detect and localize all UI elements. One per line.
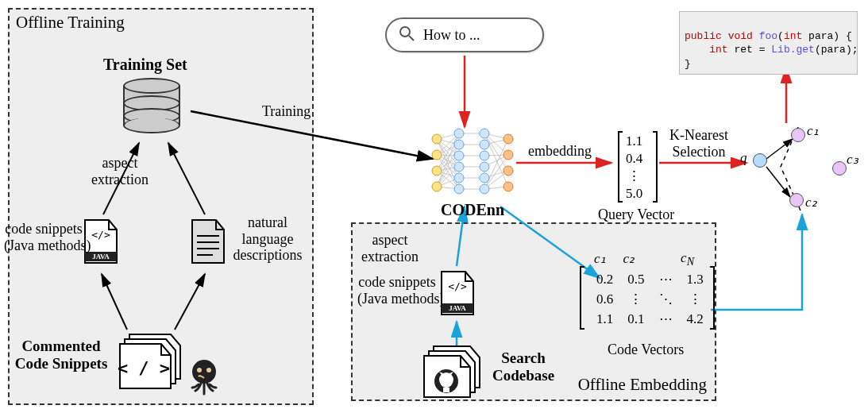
code-snippets-label-1: code snippets (Java methods) [4, 221, 83, 253]
svg-point-5 [192, 360, 216, 384]
svg-point-52 [432, 134, 442, 144]
qv-0: 1.1 [626, 133, 642, 150]
m13: ⋮ [680, 289, 711, 309]
libget: Lib.get [771, 44, 815, 56]
aspect-extraction-label-1: aspect extraction [91, 155, 149, 187]
svg-point-68 [503, 134, 513, 144]
mh1: c₂ [623, 250, 635, 268]
query-vector-label: Query Vector [598, 206, 674, 223]
knn-q-label: q [740, 150, 747, 166]
training-set-label: Training Set [103, 56, 187, 74]
embedding-label-red: embedding [528, 143, 592, 160]
m03: 1.3 [680, 269, 711, 289]
svg-point-70 [503, 166, 513, 176]
code-glyph: </> [91, 229, 110, 241]
model-name-label: CODEnn [441, 201, 504, 219]
m20: 1.1 [589, 309, 620, 329]
m12: ⋱ [652, 289, 680, 309]
svg-point-53 [432, 150, 442, 160]
svg-point-65 [480, 162, 489, 172]
svg-point-62 [480, 129, 489, 138]
neural-net-icon [429, 127, 516, 199]
offline-embedding-title: Offline Embedding [578, 375, 707, 395]
knn-c2-node [789, 193, 804, 207]
kw-int2: int [709, 44, 727, 56]
m23: 4.2 [680, 309, 711, 329]
database-icon [123, 78, 180, 133]
doc-file-icon [189, 218, 227, 264]
svg-point-55 [432, 182, 442, 191]
knn-scatter: q c₁ c₂ c₃ [746, 123, 858, 218]
qv-3: 5.0 [626, 185, 642, 203]
offline-training-title: Offline Training [16, 13, 125, 33]
m00: 0.2 [589, 269, 620, 289]
svg-line-9 [409, 36, 414, 41]
svg-point-59 [454, 162, 464, 172]
knn-q-node [753, 153, 767, 168]
query-vector: 1.1 0.4 ⋮ 5.0 [618, 131, 658, 203]
svg-point-58 [454, 151, 464, 160]
search-text: How to ... [423, 27, 480, 44]
svg-point-61 [454, 184, 464, 194]
nl-desc-label: natural language descriptions [229, 214, 307, 264]
svg-point-54 [432, 166, 442, 176]
svg-point-66 [480, 173, 489, 183]
m11: ⋮ [620, 289, 651, 309]
knn-c1-label: c₁ [807, 123, 819, 139]
knn-c1-node [791, 128, 805, 142]
svg-point-63 [480, 140, 489, 149]
svg-point-69 [503, 150, 513, 160]
java-file-icon-2: </> JAVA [438, 270, 476, 316]
kw-void: void [728, 30, 753, 42]
aspect-extraction-label-2: aspect extraction [361, 232, 419, 264]
svg-point-74 [439, 372, 453, 387]
m02: ⋯ [652, 269, 680, 289]
m22: ⋯ [652, 309, 680, 329]
svg-text:< / >: < / > [118, 358, 170, 378]
training-arrow-label: Training [262, 103, 311, 120]
qv-2: ⋮ [626, 168, 642, 185]
eq: = [759, 44, 766, 56]
fn-foo: foo [759, 30, 777, 42]
m01: 0.5 [620, 269, 651, 289]
knn-label: K-Nearest Selection [669, 127, 728, 160]
paren-open: ( [777, 30, 784, 42]
code-snippets-label-2: code snippets (Java methods) [357, 274, 437, 307]
search-pill: How to ... [385, 17, 544, 52]
commented-snippets-label: Commented Code Snippets [10, 338, 113, 372]
svg-point-71 [503, 182, 513, 191]
close-brace: } [685, 58, 691, 70]
svg-point-57 [454, 140, 464, 149]
code-vectors-label: Code Vectors [608, 342, 684, 358]
knn-c3-node [832, 161, 847, 176]
svg-point-60 [454, 173, 464, 183]
mh2 [652, 250, 663, 268]
github-octocat-icon [184, 356, 224, 396]
kw-int1: int [784, 30, 802, 42]
search-icon [398, 25, 415, 45]
svg-text:</>: </> [448, 280, 467, 292]
svg-point-6 [197, 368, 202, 372]
github-stack-icon [421, 343, 492, 399]
call-args: (para); [815, 44, 858, 56]
svg-point-64 [480, 151, 489, 160]
java-badge-2: JAVA [442, 303, 473, 313]
arg-para: para [808, 30, 833, 42]
svg-point-7 [206, 368, 211, 372]
svg-point-8 [400, 27, 410, 37]
m10: 0.6 [589, 289, 620, 309]
knn-c2-label: c₂ [805, 195, 817, 210]
m21: 0.1 [620, 309, 651, 329]
code-stack-icon: < / > [115, 330, 195, 393]
line1-end: ) { [833, 30, 851, 42]
search-codebase-label: Search Codebase [492, 349, 554, 384]
mh0: c₁ [594, 250, 606, 268]
var-ret: ret [734, 44, 752, 56]
svg-point-67 [480, 184, 489, 194]
svg-point-56 [454, 129, 464, 138]
code-vectors-matrix: c₁ c₂ cN 0.2 0.5 ⋯ 1.3 0.6 ⋮ ⋱ ⋮ 1.1 0.1… [580, 266, 715, 342]
kw-public: public [685, 30, 722, 42]
code-result-box: public void foo(int para) { int ret = Li… [679, 11, 858, 75]
mh3: cN [681, 250, 694, 268]
knn-c3-label: c₃ [847, 152, 858, 168]
